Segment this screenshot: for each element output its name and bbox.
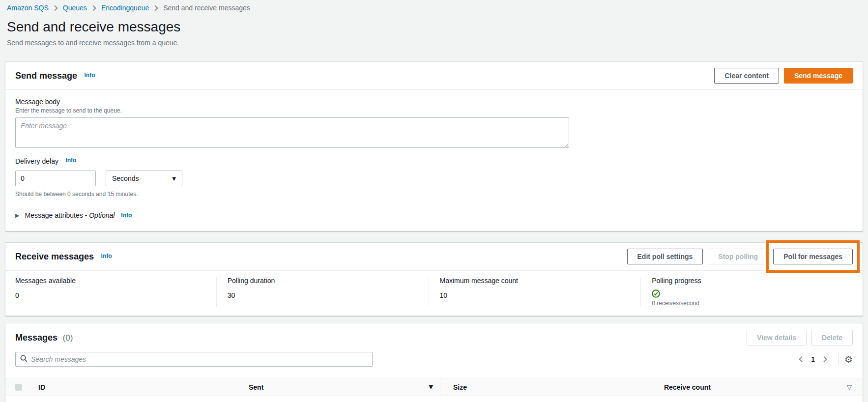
breadcrumb-link-amazon-sqs[interactable]: Amazon SQS bbox=[7, 4, 49, 12]
column-header-id: ID bbox=[38, 378, 249, 396]
message-attributes-info-link[interactable]: Info bbox=[121, 212, 132, 219]
page-header: Send and receive messages Send messages … bbox=[0, 12, 868, 47]
select-all-checkbox-cell bbox=[5, 378, 38, 396]
column-header-size: Size bbox=[440, 378, 650, 396]
message-attributes-expander[interactable]: ▶ Message attributes - Optional Info bbox=[15, 211, 853, 219]
stat-value: 30 bbox=[228, 291, 419, 299]
breadcrumb-link-queues[interactable]: Queues bbox=[63, 4, 87, 12]
column-header-sent[interactable]: Sent ▼ bbox=[249, 378, 440, 396]
delivery-delay-unit-select[interactable]: Seconds ▼ bbox=[106, 171, 182, 186]
send-message-info-link[interactable]: Info bbox=[85, 72, 95, 79]
stat-polling-duration: Polling duration 30 bbox=[216, 277, 429, 307]
previous-page-button[interactable] bbox=[794, 355, 808, 364]
breadcrumb-link-queue-name[interactable]: Encodingqueue bbox=[101, 4, 149, 12]
delivery-delay-label: Delivery delay bbox=[15, 157, 58, 165]
stat-value: 10 bbox=[440, 291, 631, 299]
messages-panel: Messages (0) View details Delete 1 bbox=[5, 323, 863, 402]
messages-title: Messages bbox=[15, 333, 58, 343]
receive-messages-info-link[interactable]: Info bbox=[101, 253, 112, 259]
delete-button[interactable]: Delete bbox=[811, 330, 853, 345]
polling-progress-rate: 0 receives/second bbox=[652, 300, 843, 307]
send-message-button[interactable]: Send message bbox=[784, 68, 853, 84]
expand-right-icon: ▶ bbox=[15, 212, 19, 219]
messages-header: Messages (0) View details Delete bbox=[5, 323, 863, 345]
send-message-title: Send message bbox=[15, 71, 77, 81]
delivery-delay-info-link[interactable]: Info bbox=[65, 157, 76, 164]
search-box[interactable] bbox=[15, 352, 373, 367]
column-header-receive-count[interactable]: Receive count ▽ bbox=[650, 378, 863, 396]
messages-toolbar: 1 ⚙ bbox=[5, 345, 863, 367]
message-attributes-label: Message attributes - Optional bbox=[25, 211, 115, 219]
current-page-number[interactable]: 1 bbox=[808, 355, 818, 363]
stat-messages-available: Messages available 0 bbox=[15, 277, 216, 307]
poll-for-messages-button[interactable]: Poll for messages bbox=[773, 249, 853, 264]
stat-value: 0 bbox=[15, 291, 206, 299]
next-page-button[interactable] bbox=[818, 355, 832, 364]
breadcrumb-current: Send and receive messages bbox=[163, 4, 250, 12]
stat-maximum-message-count: Maximum message count 10 bbox=[429, 277, 641, 307]
message-body-label: Message body bbox=[15, 98, 853, 106]
stop-polling-button[interactable]: Stop polling bbox=[708, 249, 768, 264]
receive-messages-title: Receive messages bbox=[15, 252, 94, 261]
message-body-field: Message body Enter the message to send t… bbox=[15, 98, 853, 148]
messages-count: (0) bbox=[63, 333, 73, 343]
chevron-right-icon bbox=[92, 5, 96, 11]
delivery-delay-unit-value: Seconds bbox=[112, 174, 139, 182]
search-icon bbox=[20, 355, 28, 364]
sort-neutral-icon[interactable]: ▽ bbox=[847, 383, 852, 391]
messages-table-header: ID Sent ▼ Size Receive count ▽ bbox=[5, 378, 863, 396]
delivery-delay-input[interactable] bbox=[15, 171, 96, 186]
send-message-panel: Send message Info Clear content Send mes… bbox=[5, 61, 863, 231]
receive-messages-header: Receive messages Info Edit poll settings… bbox=[5, 243, 863, 271]
message-body-textarea[interactable] bbox=[15, 117, 569, 148]
breadcrumb: Amazon SQS Queues Encodingqueue Send and… bbox=[0, 0, 868, 12]
delivery-delay-constraint: Should be between 0 seconds and 15 minut… bbox=[15, 191, 853, 198]
delivery-delay-field: Delivery delay Info Seconds ▼ Should be … bbox=[15, 157, 853, 198]
search-input[interactable] bbox=[31, 355, 368, 363]
polling-stats-row: Messages available 0 Polling duration 30… bbox=[5, 271, 863, 316]
settings-gear-icon[interactable]: ⚙ bbox=[844, 355, 853, 364]
success-check-icon bbox=[652, 291, 660, 299]
stat-polling-progress: Polling progress 0 receives/second bbox=[640, 277, 853, 307]
select-all-checkbox[interactable] bbox=[15, 384, 22, 391]
chevron-right-icon bbox=[154, 5, 158, 11]
empty-table-message: No messages. To view messages in the que… bbox=[5, 396, 863, 402]
clear-content-button[interactable]: Clear content bbox=[714, 68, 779, 84]
chevron-down-icon: ▼ bbox=[172, 176, 176, 181]
page-subtitle: Send messages to and receive messages fr… bbox=[7, 39, 868, 47]
send-message-header: Send message Info Clear content Send mes… bbox=[5, 62, 863, 90]
edit-poll-settings-button[interactable]: Edit poll settings bbox=[627, 249, 703, 264]
pagination: 1 ⚙ bbox=[794, 353, 853, 365]
page-title: Send and receive messages bbox=[7, 19, 868, 35]
sort-descending-icon[interactable]: ▼ bbox=[429, 384, 433, 390]
view-details-button[interactable]: View details bbox=[747, 330, 807, 345]
toolbar-divider bbox=[838, 353, 839, 365]
chevron-right-icon bbox=[54, 5, 58, 11]
message-body-description: Enter the message to send to the queue. bbox=[15, 107, 853, 114]
receive-messages-panel: Receive messages Info Edit poll settings… bbox=[5, 242, 863, 316]
